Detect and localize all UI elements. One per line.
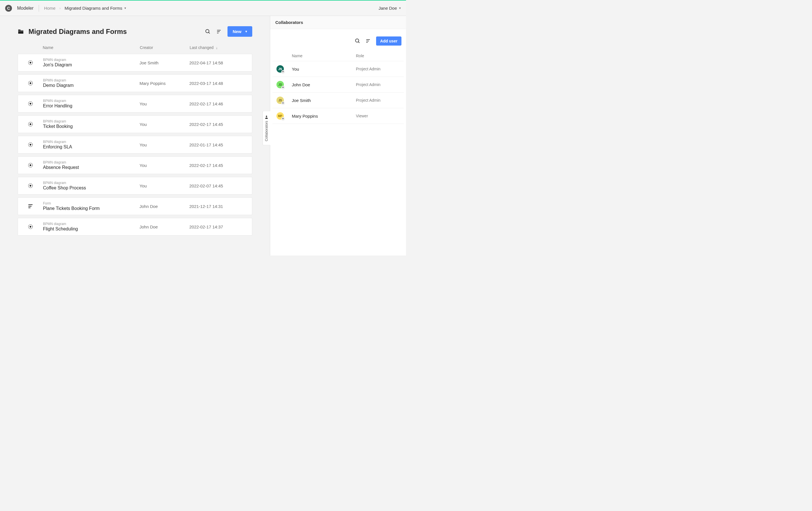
table-row[interactable]: BPMN diagramDemo DiagramMary Poppins2022… [18, 74, 252, 92]
sort-icon[interactable] [216, 28, 222, 35]
folder-icon [18, 29, 24, 34]
search-icon[interactable] [205, 28, 211, 35]
avatar: JD✱ [277, 81, 284, 88]
avatar-initials: MP [278, 114, 283, 118]
breadcrumb: Home › Migrated Diagrams and Forms ▾ [44, 6, 126, 10]
collaborators-table-header: Name Role [272, 51, 404, 61]
collaborators-tab[interactable]: Collaborators [262, 111, 270, 145]
new-button-label: New [233, 29, 241, 34]
item-last-changed: 2022-02-17 14:37 [189, 224, 252, 229]
table-row[interactable]: BPMN diagramCoffee Shop ProcessYou2022-0… [18, 177, 252, 195]
user-menu[interactable]: Jane Doe ▾ [379, 6, 401, 10]
item-type: BPMN diagram [43, 140, 140, 144]
svg-line-17 [358, 42, 359, 43]
table-row[interactable]: BPMN diagramAbsence RequestYou2022-02-17… [18, 157, 252, 174]
item-creator: John Doe [140, 204, 189, 209]
bpmn-icon [18, 162, 43, 168]
table-row[interactable]: BPMN diagramError HandlingYou2022-02-17 … [18, 95, 252, 113]
collaborator-row[interactable]: MP✱Mary PoppinsViewer [272, 108, 404, 124]
collaborator-name: Joe Smith [292, 98, 356, 103]
collaborator-name: You [292, 67, 356, 72]
main-content: Migrated Diagrams and Forms New ▾ Name C… [0, 16, 270, 256]
search-icon[interactable] [354, 38, 361, 44]
avatar-initials: JD [279, 83, 282, 86]
collaborators-tab-label: Collaborators [264, 121, 268, 141]
bpmn-icon [18, 224, 43, 230]
item-name: Plane Tickets Booking Form [43, 206, 140, 211]
item-type: BPMN diagram [43, 119, 140, 123]
chevron-right-icon: › [59, 6, 61, 10]
item-creator: John Doe [140, 224, 189, 229]
item-type: BPMN diagram [43, 58, 140, 62]
divider [39, 5, 39, 12]
item-creator: You [140, 183, 189, 188]
settings-badge-icon: ✱ [281, 102, 285, 105]
item-name: Enforcing SLA [43, 144, 140, 149]
item-creator: Joe Smith [140, 60, 189, 65]
collaborator-row[interactable]: JN✱YouProject Admin [272, 61, 404, 77]
column-role[interactable]: Role [356, 54, 401, 58]
app-name[interactable]: Modeler [17, 6, 34, 11]
settings-badge-icon: ✱ [281, 117, 285, 120]
breadcrumb-home[interactable]: Home [44, 6, 56, 10]
settings-badge-icon: ✱ [281, 86, 285, 89]
page-header: Migrated Diagrams and Forms New ▾ [18, 26, 252, 37]
app-logo[interactable]: C [5, 5, 12, 12]
chevron-down-icon: ▾ [399, 6, 401, 10]
item-name: Demo Diagram [43, 83, 140, 88]
table-row[interactable]: BPMN diagramFlight SchedulingJohn Doe202… [18, 218, 252, 235]
item-creator: You [140, 122, 189, 127]
chevron-down-icon: ▾ [124, 6, 126, 10]
svg-point-21 [266, 116, 267, 117]
column-last-changed[interactable]: Last changed ↓ [190, 45, 252, 50]
settings-badge-icon: ✱ [281, 70, 285, 74]
bpmn-icon [18, 142, 43, 148]
avatar: JN✱ [277, 65, 284, 73]
form-icon [18, 203, 43, 209]
item-last-changed: 2022-02-17 14:45 [189, 163, 252, 168]
items-list: BPMN diagramJon's DiagramJoe Smith2022-0… [18, 54, 252, 235]
item-creator: You [140, 142, 189, 147]
page-title: Migrated Diagrams and Forms [28, 28, 127, 36]
bpmn-icon [18, 182, 43, 189]
bpmn-icon [18, 59, 43, 66]
item-last-changed: 2022-03-17 14:48 [189, 81, 252, 86]
collaborator-role: Viewer [356, 114, 401, 118]
item-creator: You [140, 163, 189, 168]
svg-point-16 [356, 39, 359, 42]
svg-point-0 [206, 29, 209, 33]
top-bar: C Modeler Home › Migrated Diagrams and F… [0, 0, 406, 16]
table-row[interactable]: BPMN diagramEnforcing SLAYou2022-01-17 1… [18, 136, 252, 153]
person-icon [264, 115, 268, 119]
item-last-changed: 2021-12-17 14:31 [189, 204, 252, 209]
item-type: Form [43, 201, 140, 205]
column-name[interactable]: Name [43, 45, 140, 50]
avatar: JS✱ [277, 96, 284, 104]
column-creator[interactable]: Creator [140, 45, 190, 50]
avatar-initials: JS [279, 99, 282, 102]
breadcrumb-current[interactable]: Migrated Diagrams and Forms ▾ [65, 6, 126, 10]
collaborator-role: Project Admin [356, 82, 401, 87]
collaborator-role: Project Admin [356, 67, 401, 71]
add-user-button[interactable]: Add user [376, 36, 401, 46]
avatar-initials: JN [279, 67, 282, 70]
collaborator-row[interactable]: JD✱John DoeProject Admin [272, 77, 404, 92]
item-name: Error Handling [43, 104, 140, 109]
item-last-changed: 2022-02-07 14:45 [189, 183, 252, 188]
item-last-changed: 2022-01-17 14:45 [189, 142, 252, 147]
table-header: Name Creator Last changed ↓ [18, 42, 252, 54]
collaborator-name: Mary Poppins [292, 114, 356, 118]
item-last-changed: 2022-02-17 14:46 [189, 102, 252, 106]
table-row[interactable]: FormPlane Tickets Booking FormJohn Doe20… [18, 197, 252, 215]
new-button[interactable]: New ▾ [228, 26, 252, 37]
collaborator-row[interactable]: JS✱Joe SmithProject Admin [272, 92, 404, 108]
sort-icon[interactable] [365, 38, 372, 44]
item-type: BPMN diagram [43, 78, 140, 82]
column-name[interactable]: Name [292, 54, 356, 58]
user-name: Jane Doe [379, 6, 397, 10]
item-type: BPMN diagram [43, 99, 140, 103]
collaborators-panel: Collaborators Add user Name Role JN✱YouP… [270, 16, 406, 256]
table-row[interactable]: BPMN diagramTicket BookingYou2022-02-17 … [18, 115, 252, 133]
table-row[interactable]: BPMN diagramJon's DiagramJoe Smith2022-0… [18, 54, 252, 72]
item-type: BPMN diagram [43, 181, 140, 185]
